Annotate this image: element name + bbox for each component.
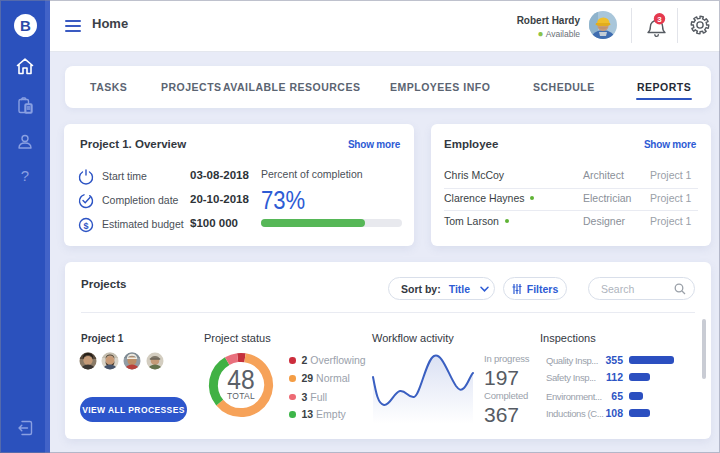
- svg-text:3: 3: [657, 15, 662, 24]
- svg-text:$: $: [83, 221, 88, 231]
